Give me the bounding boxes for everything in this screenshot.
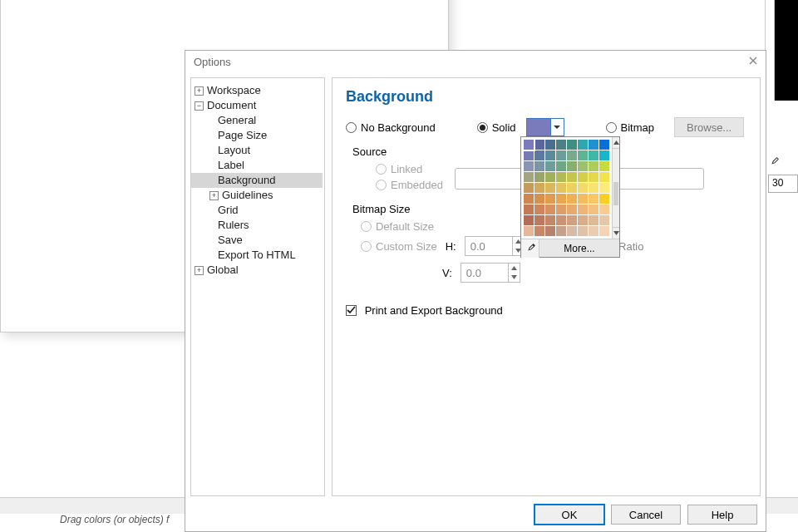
- color-swatch-cell[interactable]: [524, 183, 534, 193]
- color-swatch-cell[interactable]: [567, 215, 577, 225]
- color-swatch-cell[interactable]: [556, 194, 566, 204]
- color-swatch-cell[interactable]: [599, 226, 609, 236]
- color-swatch-cell[interactable]: [578, 140, 588, 150]
- color-swatch-cell[interactable]: [545, 150, 555, 160]
- options-tree[interactable]: +Workspace −Document General Page Size L…: [190, 77, 325, 496]
- color-swatch-cell[interactable]: [534, 140, 544, 150]
- collapse-icon[interactable]: −: [195, 101, 204, 111]
- radio-solid[interactable]: Solid: [477, 121, 516, 134]
- h-input[interactable]: [466, 237, 512, 255]
- scroll-down-icon[interactable]: [613, 227, 619, 239]
- color-swatch-cell[interactable]: [534, 172, 544, 182]
- solid-color-swatch[interactable]: [526, 118, 551, 136]
- color-swatch-cell[interactable]: [534, 161, 544, 171]
- expand-icon[interactable]: +: [195, 266, 204, 275]
- color-swatch-cell[interactable]: [578, 183, 588, 193]
- eyedropper-tool-icon[interactable]: [768, 156, 780, 168]
- color-swatch-cell[interactable]: [524, 204, 534, 214]
- canvas-image-camera[interactable]: [92, 42, 179, 165]
- spin-down-icon[interactable]: [509, 273, 520, 282]
- tree-item-export-html[interactable]: Export To HTML: [191, 248, 323, 263]
- color-swatch-cell[interactable]: [599, 215, 609, 225]
- h-spinner[interactable]: [465, 236, 525, 256]
- color-swatch-cell[interactable]: [545, 194, 555, 204]
- tree-item-background[interactable]: Background: [191, 173, 323, 188]
- color-swatch-cell[interactable]: [556, 215, 566, 225]
- spin-up-icon[interactable]: [509, 264, 520, 273]
- color-swatch-cell[interactable]: [545, 226, 555, 236]
- property-numeric-field[interactable]: 30: [768, 175, 798, 193]
- color-swatch-cell[interactable]: [545, 172, 555, 182]
- color-swatch-cell[interactable]: [589, 215, 598, 225]
- color-swatch-cell[interactable]: [567, 161, 577, 171]
- color-swatch-cell[interactable]: [599, 183, 609, 193]
- color-swatch-cell[interactable]: [524, 161, 534, 171]
- color-swatch-cell[interactable]: [534, 226, 544, 236]
- color-swatch-cell[interactable]: [534, 215, 544, 225]
- color-swatch-cell[interactable]: [578, 204, 588, 214]
- color-swatch-cell[interactable]: [545, 161, 555, 171]
- color-swatch-cell[interactable]: [524, 140, 534, 150]
- tree-item-save[interactable]: Save: [191, 233, 323, 248]
- color-swatch-cell[interactable]: [589, 172, 598, 182]
- color-swatch-cell[interactable]: [589, 150, 598, 160]
- eyedropper-icon[interactable]: [521, 239, 539, 258]
- tree-item-layout[interactable]: Layout: [191, 143, 323, 158]
- color-swatch-cell[interactable]: [534, 183, 544, 193]
- tree-item-label[interactable]: Label: [191, 158, 323, 173]
- tree-item-document[interactable]: −Document: [191, 98, 323, 113]
- ok-button[interactable]: OK: [534, 505, 604, 525]
- color-swatch-cell[interactable]: [578, 172, 588, 182]
- color-swatch-cell[interactable]: [545, 204, 555, 214]
- color-swatch-cell[interactable]: [524, 215, 534, 225]
- color-swatch-cell[interactable]: [599, 140, 609, 150]
- expand-icon[interactable]: +: [209, 191, 219, 200]
- color-swatch-cell[interactable]: [534, 194, 544, 204]
- expand-icon[interactable]: +: [195, 86, 204, 96]
- tree-item-rulers[interactable]: Rulers: [191, 218, 323, 233]
- color-swatch-cell[interactable]: [578, 150, 588, 160]
- color-swatch-cell[interactable]: [578, 161, 588, 171]
- selection-handle[interactable]: [83, 37, 88, 42]
- color-swatch-cell[interactable]: [556, 161, 566, 171]
- color-swatch-cell[interactable]: [599, 161, 609, 171]
- color-swatch-cell[interactable]: [556, 183, 566, 193]
- color-swatch-cell[interactable]: [567, 172, 577, 182]
- scroll-up-icon[interactable]: [613, 137, 619, 149]
- color-swatch-cell[interactable]: [545, 215, 555, 225]
- color-swatch-cell[interactable]: [556, 140, 566, 150]
- checkbox-print-export-bg[interactable]: Print and Export Background: [346, 304, 503, 317]
- color-swatch-cell[interactable]: [599, 150, 609, 160]
- color-swatch-cell[interactable]: [589, 226, 598, 236]
- color-swatch-cell[interactable]: [599, 172, 609, 182]
- color-swatch-cell[interactable]: [599, 204, 609, 214]
- tree-item-page-size[interactable]: Page Size: [191, 128, 323, 143]
- browse-button[interactable]: Browse...: [674, 117, 744, 137]
- color-swatch-cell[interactable]: [524, 194, 534, 204]
- color-swatch-cell[interactable]: [556, 150, 566, 160]
- color-swatch-cell[interactable]: [556, 172, 566, 182]
- selection-handle[interactable]: [131, 37, 135, 42]
- radio-bitmap[interactable]: Bitmap: [606, 121, 654, 134]
- color-swatch-cell[interactable]: [524, 150, 534, 160]
- color-swatch-cell[interactable]: [534, 204, 544, 214]
- v-spinner[interactable]: [461, 263, 520, 283]
- color-swatch-cell[interactable]: [578, 226, 588, 236]
- radio-no-background[interactable]: No Background: [346, 121, 436, 134]
- color-swatch-cell[interactable]: [589, 194, 598, 204]
- help-button[interactable]: Help: [687, 505, 757, 525]
- color-swatch-cell[interactable]: [578, 215, 588, 225]
- v-input[interactable]: [461, 264, 508, 282]
- tree-item-grid[interactable]: Grid: [191, 203, 323, 218]
- tree-item-guidelines[interactable]: +Guidelines: [191, 188, 323, 203]
- more-colors-button[interactable]: More...: [539, 243, 619, 254]
- color-swatch-cell[interactable]: [545, 183, 555, 193]
- color-swatch-cell[interactable]: [578, 194, 588, 204]
- color-swatch-cell[interactable]: [589, 161, 598, 171]
- color-swatch-cell[interactable]: [589, 140, 598, 150]
- color-swatch-cell[interactable]: [589, 204, 598, 214]
- color-swatch-cell[interactable]: [567, 226, 577, 236]
- solid-color-dropdown[interactable]: [551, 118, 564, 136]
- color-swatch-cell[interactable]: [567, 194, 577, 204]
- color-picker-grid[interactable]: [521, 137, 612, 239]
